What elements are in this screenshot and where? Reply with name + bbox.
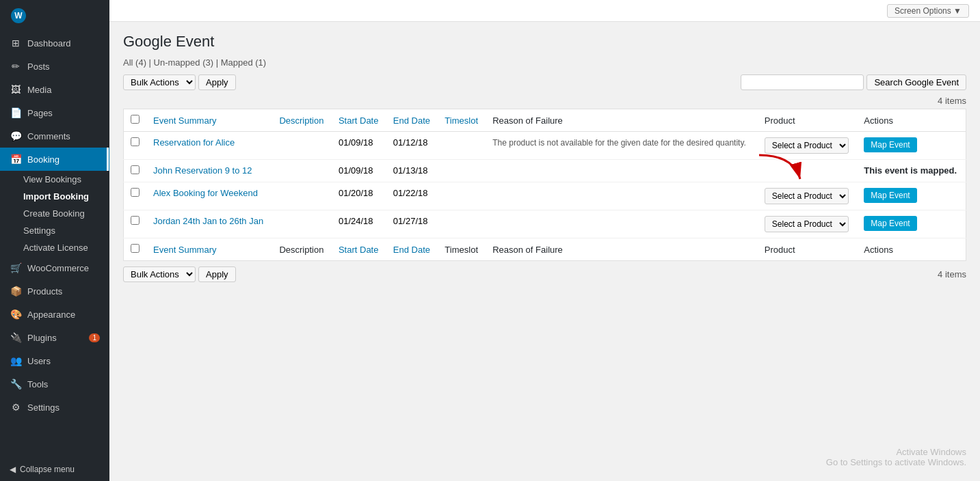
row-3-summary: Alex Booking for Weekend — [146, 182, 272, 210]
bulk-actions-select-bottom[interactable]: Bulk Actions — [123, 266, 196, 282]
event-link-2[interactable]: John Reservation 9 to 12 — [153, 165, 252, 176]
row-1-map-event-button[interactable]: Map Event — [864, 137, 916, 152]
sidebar-item-label: Pages — [27, 108, 53, 118]
start-date-sort-footer[interactable]: Start Date — [339, 245, 379, 255]
sidebar-item-plugins[interactable]: 🔌 Plugins 1 — [0, 326, 109, 349]
tfoot-timeslot: Timeslot — [438, 238, 486, 261]
sidebar-sub-settings[interactable]: Settings — [23, 222, 109, 239]
event-link-1[interactable]: Reservation for Alice — [153, 137, 235, 148]
sidebar-item-label: Media — [27, 85, 51, 95]
sidebar-sub-import-booking[interactable]: Import Booking — [23, 188, 109, 205]
row-2-timeslot — [438, 160, 486, 182]
tools-icon: 🔧 — [10, 378, 22, 390]
booking-submenu: View Bookings Import Booking Create Book… — [0, 171, 109, 256]
sidebar-item-users[interactable]: 👥 Users — [0, 349, 109, 372]
sidebar-sub-create-booking[interactable]: Create Booking — [23, 205, 109, 222]
row-2-description — [272, 160, 332, 182]
row-1-start-date: 01/09/18 — [332, 132, 386, 160]
th-end-date: End Date — [386, 109, 438, 132]
row-4-map-event-button[interactable]: Map Event — [864, 216, 916, 231]
sidebar-item-woocommerce[interactable]: 🛒 WooCommerce — [0, 256, 109, 279]
comments-icon: 💬 — [10, 130, 22, 142]
media-icon: 🖼 — [10, 83, 22, 96]
row-1-summary: Reservation for Alice — [146, 132, 272, 160]
search-button[interactable]: Search Google Event — [866, 74, 966, 90]
sidebar-item-settings[interactable]: ⚙ Settings — [0, 396, 109, 419]
sidebar-item-media[interactable]: 🖼 Media — [0, 78, 109, 101]
row-2-end-date: 01/13/18 — [386, 160, 438, 182]
description-sort[interactable]: Description — [279, 115, 323, 126]
sidebar-item-pages[interactable]: 📄 Pages — [0, 101, 109, 124]
event-link-4[interactable]: Jordan 24th Jan to 26th Jan — [153, 216, 263, 226]
row-1-end-date: 01/12/18 — [386, 132, 438, 160]
sidebar-item-label: Products — [27, 286, 62, 297]
event-summary-sort[interactable]: Event Summary — [153, 115, 216, 126]
sidebar-item-products[interactable]: 📦 Products — [0, 279, 109, 303]
products-icon: 📦 — [10, 285, 22, 297]
th-checkbox — [124, 109, 147, 132]
filter-mapped[interactable]: Mapped (1) — [221, 57, 267, 68]
row-2-checkbox[interactable] — [131, 165, 140, 174]
row-3-checkbox[interactable] — [131, 188, 140, 197]
sidebar-item-posts[interactable]: ✏ Posts — [0, 55, 109, 78]
collapse-icon: ◀ — [10, 465, 16, 474]
sidebar-item-appearance[interactable]: 🎨 Appearance — [0, 303, 109, 326]
end-date-sort-footer[interactable]: End Date — [393, 245, 430, 255]
row-3-product-select[interactable]: Select a Product — [765, 188, 849, 204]
row-4-start-date: 01/24/18 — [332, 210, 386, 238]
top-toolbar: Bulk Actions Apply Search Google Event — [123, 74, 966, 90]
row-4-product-select[interactable]: Select a Product — [765, 216, 849, 232]
filter-unmapped[interactable]: Un-mapped (3) — [154, 57, 216, 68]
tfoot-product: Product — [758, 238, 858, 261]
event-link-3[interactable]: Alex Booking for Weekend — [153, 188, 258, 198]
posts-icon: ✏ — [10, 60, 22, 72]
bulk-actions-select[interactable]: Bulk Actions — [123, 74, 196, 90]
bottom-toolbar: Bulk Actions Apply 4 items — [123, 266, 966, 282]
row-1-checkbox[interactable] — [131, 137, 140, 146]
sidebar-sub-activate-license[interactable]: Activate License — [23, 239, 109, 256]
table-row: Alex Booking for Weekend 01/20/18 01/22/… — [124, 182, 966, 210]
row-4-summary: Jordan 24th Jan to 26th Jan — [146, 210, 272, 238]
sidebar-item-dashboard[interactable]: ⊞ Dashboard — [0, 31, 109, 55]
row-4-failure — [486, 210, 758, 238]
collapse-menu[interactable]: ◀ Collapse menu — [0, 458, 109, 481]
th-actions: Actions — [857, 109, 966, 132]
row-2-action: This event is mapped. — [857, 160, 966, 182]
th-reason-of-failure: Reason of Failure — [486, 109, 758, 132]
screen-options-button[interactable]: Screen Options ▼ — [887, 4, 969, 18]
sidebar-item-label: Posts — [27, 61, 50, 72]
collapse-label: Collapse menu — [20, 465, 75, 474]
th-product: Product — [758, 109, 858, 132]
settings-icon: ⚙ — [10, 401, 22, 413]
tfoot-end-date: End Date — [386, 238, 438, 261]
sidebar-item-tools[interactable]: 🔧 Tools — [0, 372, 109, 396]
sidebar-item-booking[interactable]: 📅 Booking — [0, 148, 109, 171]
row-3-map-event-button[interactable]: Map Event — [864, 188, 916, 203]
row-1-product-select[interactable]: Select a Product — [765, 137, 849, 154]
end-date-sort[interactable]: End Date — [393, 115, 430, 126]
row-checkbox-1 — [124, 132, 147, 160]
select-all-footer-checkbox[interactable] — [131, 244, 140, 253]
tfoot-reason-of-failure: Reason of Failure — [486, 238, 758, 261]
apply-button-bottom[interactable]: Apply — [198, 266, 236, 282]
row-4-timeslot — [438, 210, 486, 238]
toolbar-left: Bulk Actions Apply — [123, 74, 236, 90]
appearance-icon: 🎨 — [10, 308, 22, 320]
filter-all[interactable]: All (4) — [123, 57, 149, 68]
start-date-sort[interactable]: Start Date — [339, 115, 379, 126]
bottom-toolbar-left: Bulk Actions Apply — [123, 266, 236, 282]
row-4-checkbox[interactable] — [131, 216, 140, 225]
content-area: Google Event All (4) | Un-mapped (3) | M… — [109, 22, 980, 481]
search-input[interactable] — [741, 74, 864, 90]
row-3-product: Select a Product — [758, 182, 858, 210]
timeslot-sort[interactable]: Timeslot — [445, 115, 478, 126]
sidebar-item-label: Comments — [27, 131, 70, 141]
event-summary-sort-footer[interactable]: Event Summary — [153, 245, 216, 255]
apply-button-top[interactable]: Apply — [198, 74, 236, 90]
sidebar-sub-view-bookings[interactable]: View Bookings — [23, 171, 109, 188]
booking-icon: 📅 — [10, 153, 22, 165]
table-row: John Reservation 9 to 12 01/09/18 01/13/… — [124, 160, 966, 182]
sidebar: W ⊞ Dashboard ✏ Posts 🖼 Media 📄 Pages 💬 … — [0, 0, 109, 481]
select-all-checkbox[interactable] — [131, 115, 140, 124]
sidebar-item-comments[interactable]: 💬 Comments — [0, 124, 109, 148]
